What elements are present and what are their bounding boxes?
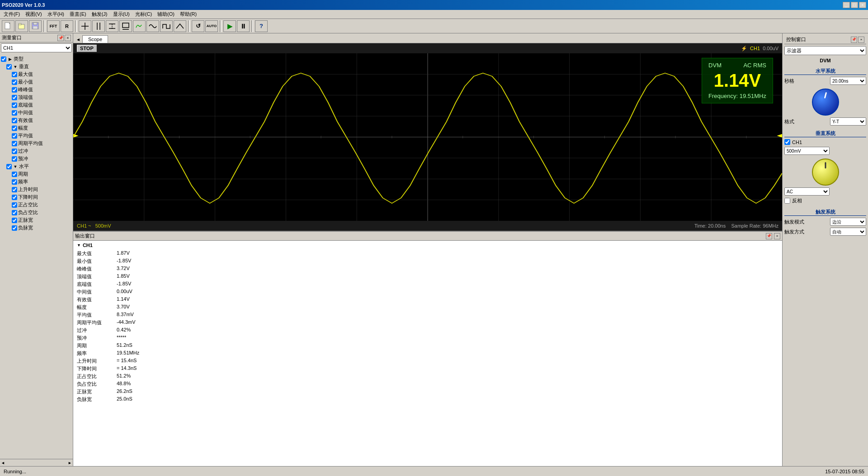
output-pin-button[interactable]: 📌	[766, 233, 772, 239]
dvm-freq-value: 19.51MHz	[740, 93, 766, 99]
tree-top[interactable]: 顶端值	[12, 93, 72, 101]
tree-neg-pulse[interactable]: 负脉宽	[12, 224, 72, 232]
tb-cursor2[interactable]	[92, 20, 105, 32]
tb-meas[interactable]	[106, 20, 118, 32]
tree-pos-pulse[interactable]: 正脉宽	[12, 216, 72, 224]
tb-scope[interactable]	[133, 20, 146, 32]
menu-display[interactable]: 显示(U)	[110, 10, 132, 19]
tree-vertical-group: ▼ 垂直 最大值 最小值 峰峰值 顶端值 底端值 中间值 有效值 幅度 平均值 …	[1, 63, 72, 163]
tree-pos-duty[interactable]: 正占空比	[12, 201, 72, 209]
control-pin-button[interactable]: 📌	[851, 37, 857, 43]
tb-square[interactable]	[160, 20, 173, 32]
output-float-buttons: 📌 ×	[766, 233, 780, 239]
left-panel-scrollbar[interactable]: ◄ ►	[0, 459, 73, 466]
tab-arrow-left[interactable]: ◄	[74, 36, 82, 43]
tb-run[interactable]: ▶	[223, 20, 236, 32]
dvm-mode: AC RMS	[743, 62, 766, 69]
scope-tab[interactable]: Scope	[82, 35, 108, 43]
trigger-method-select[interactable]: 自动 普通 单次	[830, 228, 866, 236]
tb-pause[interactable]: ⏸	[237, 20, 250, 32]
scroll-left-arrow[interactable]: ◄	[1, 461, 5, 465]
output-row-label: 频率	[77, 350, 113, 357]
horizontal-knob[interactable]	[812, 89, 839, 116]
measurement-pin-button[interactable]: 📌	[57, 35, 64, 41]
tb-zoom[interactable]	[119, 20, 132, 32]
format-select[interactable]: Y-T	[830, 117, 866, 126]
tree-categories-check[interactable]	[1, 56, 6, 62]
measurement-close-button[interactable]: ×	[65, 35, 71, 41]
tb-sine[interactable]	[146, 20, 159, 32]
tb-cursor1[interactable]	[79, 20, 91, 32]
tb-r[interactable]: R	[61, 20, 73, 32]
ch-icon: ⚡	[741, 46, 747, 51]
tree-vertical[interactable]: ▼ 垂直	[6, 63, 72, 70]
tree-bottom[interactable]: 底端值	[12, 101, 72, 109]
expand-icon[interactable]: ▼	[77, 243, 81, 247]
scope-selector[interactable]: 示波器	[784, 46, 866, 55]
menu-vertical[interactable]: 垂直(E)	[67, 10, 89, 19]
tb-open[interactable]	[15, 20, 28, 32]
menu-trigger[interactable]: 触发(J)	[89, 10, 110, 19]
tree-pkpk[interactable]: 峰峰值	[12, 86, 72, 93]
status-left: Running...	[4, 469, 26, 474]
tree-freq[interactable]: 频率	[12, 178, 72, 186]
ch-selector[interactable]: CH1	[1, 43, 72, 52]
menu-cursor[interactable]: 光标(C)	[132, 10, 155, 19]
tree-categories-expand[interactable]: ▶	[7, 57, 13, 61]
tree-horizontal-check[interactable]	[6, 164, 12, 169]
tree-fall[interactable]: 下降时间	[12, 193, 72, 201]
tree-rms[interactable]: 有效值	[12, 117, 72, 124]
scroll-right-arrow[interactable]: ►	[68, 461, 72, 465]
tree-preshoot[interactable]: 预冲	[12, 155, 72, 163]
tree-rise[interactable]: 上升时间	[12, 186, 72, 193]
tree-neg-duty[interactable]: 负占空比	[12, 209, 72, 216]
tree-vertical-expand[interactable]: ▼	[13, 65, 18, 69]
timebase-select[interactable]: 20.00ns	[830, 77, 866, 85]
tree-mid[interactable]: 中间值	[12, 109, 72, 117]
tree-amp[interactable]: 幅度	[12, 124, 72, 132]
tree-overshoot[interactable]: 过冲	[12, 147, 72, 155]
menu-aux[interactable]: 辅助(O)	[155, 10, 177, 19]
invert-checkbox[interactable]	[784, 198, 790, 204]
ch1-checkbox[interactable]	[784, 139, 790, 145]
tree-avg[interactable]: 平均值	[12, 132, 72, 140]
voltage-select[interactable]: 500mV	[784, 147, 830, 155]
tb-new[interactable]	[2, 20, 14, 32]
tree-horizontal-group: ▼ 水平 周期 频率 上升时间 下降时间 正占空比 负占空比 正脉宽 负脉宽	[1, 163, 72, 232]
coupling-select[interactable]: AC DC GND	[784, 187, 830, 196]
tb-ramp[interactable]	[174, 20, 186, 32]
output-row-label: 负占空比	[77, 381, 113, 387]
control-close-button[interactable]: ×	[858, 37, 864, 43]
coupling-row: AC DC GND	[784, 187, 866, 196]
tree-categories[interactable]: ▶ 类型	[1, 55, 72, 63]
maximize-button[interactable]: □	[851, 2, 858, 8]
output-row: 周期51.2nS	[77, 342, 778, 350]
svg-rect-6	[33, 26, 38, 29]
menu-help[interactable]: 帮助(R)	[177, 10, 199, 19]
tb-reset[interactable]: ↺	[192, 20, 204, 32]
tb-save[interactable]	[29, 20, 42, 32]
tree-cycavg[interactable]: 周期平均值	[12, 140, 72, 147]
close-button[interactable]: ×	[859, 2, 866, 8]
output-row: 预冲*****	[77, 334, 778, 342]
svg-rect-3	[19, 23, 21, 25]
tb-help[interactable]: ?	[255, 20, 268, 32]
tree-max[interactable]: 最大值	[12, 70, 72, 78]
menu-view[interactable]: 视图(V)	[23, 10, 45, 19]
output-row-label: 上升时间	[77, 358, 113, 364]
tree-period[interactable]: 周期	[12, 170, 72, 178]
menu-horizontal[interactable]: 水平(H)	[45, 10, 67, 19]
stop-button[interactable]: STOP	[77, 45, 97, 52]
trigger-mode-select[interactable]: 边沿 脉冲 视频	[830, 218, 866, 226]
vertical-knob[interactable]	[812, 159, 839, 186]
tree-horizontal-expand[interactable]: ▼	[13, 164, 18, 169]
tb-auto[interactable]: AUTO	[205, 20, 218, 32]
tree-horizontal[interactable]: ▼ 水平	[6, 163, 72, 170]
tree-vertical-check[interactable]	[6, 64, 12, 70]
tb-fft[interactable]: FFT	[47, 20, 60, 32]
menu-file[interactable]: 文件(F)	[1, 10, 23, 19]
output-row-label: 中间值	[77, 289, 113, 295]
minimize-button[interactable]: _	[843, 2, 850, 8]
output-close-button[interactable]: ×	[774, 233, 780, 239]
tree-min[interactable]: 最小值	[12, 78, 72, 86]
